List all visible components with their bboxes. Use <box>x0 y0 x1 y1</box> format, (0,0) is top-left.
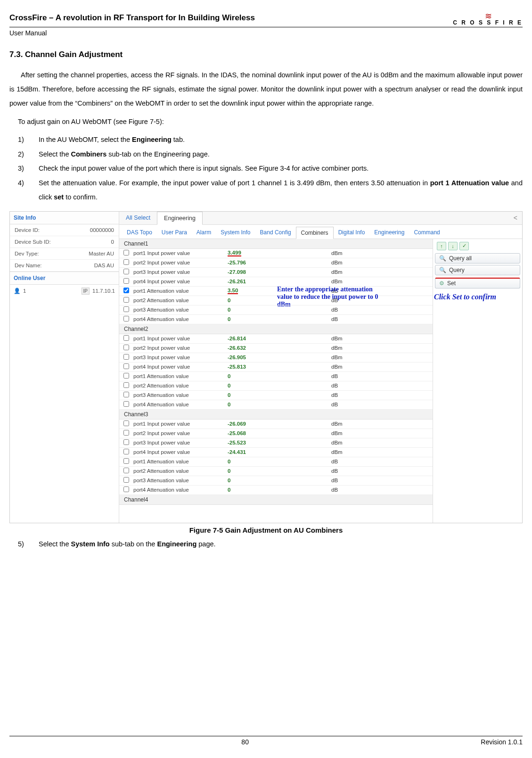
page-number: 80 <box>241 738 249 746</box>
arrow-up-icon[interactable]: ↑ <box>437 242 446 250</box>
param-row: port3 Attenuation value0dB <box>119 391 433 400</box>
tab-system-info[interactable]: System Info <box>216 227 255 239</box>
param-unit: dBm <box>331 449 355 455</box>
step-1: 1) In the AU WebOMT, select the Engineer… <box>18 132 523 147</box>
param-label: port2 Input power value <box>133 345 228 351</box>
param-checkbox[interactable] <box>123 278 129 284</box>
param-value: -26.261 <box>228 279 265 284</box>
param-label: port3 Attenuation value <box>133 478 228 483</box>
param-checkbox[interactable] <box>123 486 129 492</box>
steps-list-continued: 5) Select the System Info sub-tab on the… <box>18 537 523 551</box>
param-row: port1 Input power value-26.814dBm <box>119 334 433 344</box>
figure-caption: Figure 7-5 Gain Adjustment on AU Combine… <box>9 526 523 534</box>
param-checkbox[interactable] <box>123 458 129 464</box>
param-label: port4 Input power value <box>133 449 228 455</box>
param-value: 0 <box>228 468 265 474</box>
online-user-row: 👤 1 IP 11.7.10.1 <box>10 285 119 297</box>
tab-command[interactable]: Command <box>409 227 444 239</box>
param-label: port3 Attenuation value <box>133 392 228 398</box>
tab-alarm[interactable]: Alarm <box>192 227 216 239</box>
param-label: port4 Attenuation value <box>133 402 228 407</box>
tab-das-topo[interactable]: DAS Topo <box>122 227 157 239</box>
param-unit: dBm <box>331 421 355 427</box>
param-checkbox[interactable] <box>123 288 129 293</box>
steps-list: 1) In the AU WebOMT, select the Engineer… <box>18 132 523 204</box>
param-label: port1 Input power value <box>133 421 228 427</box>
query-button[interactable]: 🔍Query <box>435 265 520 275</box>
param-row: port3 Attenuation value0dB <box>119 476 433 486</box>
param-row: port2 Attenuation value0dB <box>119 381 433 391</box>
param-checkbox[interactable] <box>123 439 129 445</box>
param-label: port3 Input power value <box>133 354 228 360</box>
param-label: port2 Input power value <box>133 260 228 265</box>
param-label: port4 Input power value <box>133 364 228 370</box>
param-checkbox[interactable] <box>123 449 129 454</box>
page-header: CrossFire – A revolution in RF Transport… <box>9 13 523 27</box>
step-5: 5) Select the System Info sub-tab on the… <box>18 537 523 551</box>
param-row: port3 Input power value-27.098dBm <box>119 268 433 277</box>
logo-arcs-icon: ≋ <box>453 13 523 19</box>
param-value: -26.069 <box>228 421 265 427</box>
set-button[interactable]: ⚙Set <box>435 278 520 288</box>
param-unit: dB <box>331 373 355 379</box>
tab-combiners[interactable]: Combiners <box>296 227 334 239</box>
param-label: port3 Input power value <box>133 269 228 275</box>
tab-user-para[interactable]: User Para <box>157 227 192 239</box>
param-value: 0 <box>228 373 265 379</box>
param-checkbox[interactable] <box>123 392 129 397</box>
icon-toolbar: ↑ ↓ ✓ <box>435 241 520 253</box>
param-checkbox[interactable] <box>123 259 129 265</box>
tab-band-config[interactable]: Band Config <box>255 227 296 239</box>
param-value: -25.523 <box>228 440 265 445</box>
param-checkbox[interactable] <box>123 420 129 426</box>
param-checkbox[interactable] <box>123 363 129 369</box>
param-checkbox[interactable] <box>123 297 129 303</box>
param-unit: dBm <box>331 430 355 436</box>
param-checkbox[interactable] <box>123 316 129 321</box>
param-value: 3.499 <box>228 250 265 256</box>
param-label: port4 Attenuation value <box>133 316 228 322</box>
tab-digital-info[interactable]: Digital Info <box>334 227 370 239</box>
param-value: 3.50 <box>228 288 265 294</box>
param-label: port1 Attenuation value <box>133 373 228 379</box>
doc-title: CrossFire – A revolution in RF Transport… <box>9 13 255 23</box>
tab-engineering-sub[interactable]: Engineering <box>369 227 409 239</box>
param-unit: dB <box>331 478 355 483</box>
param-unit: dBm <box>331 364 355 370</box>
check-icon[interactable]: ✓ <box>459 242 469 250</box>
param-row: port2 Input power value-25.796dBm <box>119 258 433 268</box>
param-checkbox[interactable] <box>123 354 129 360</box>
tab-all-select[interactable]: All Select <box>119 212 157 224</box>
param-value: -25.796 <box>228 260 265 265</box>
param-row: port4 Input power value-26.261dBm <box>119 277 433 287</box>
param-checkbox[interactable] <box>123 250 129 255</box>
param-checkbox[interactable] <box>123 477 129 483</box>
query-all-button[interactable]: 🔍Query all <box>435 253 520 264</box>
param-checkbox[interactable] <box>123 345 129 350</box>
param-value: 0 <box>228 383 265 388</box>
revision: Revision 1.0.1 <box>481 738 523 746</box>
figure-7-5: Site Info Device ID:00000000 Device Sub … <box>9 211 523 534</box>
param-checkbox[interactable] <box>123 382 129 388</box>
param-row: port4 Input power value-25.813dBm <box>119 363 433 372</box>
arrow-down-icon[interactable]: ↓ <box>448 242 458 250</box>
tab-engineering[interactable]: Engineering <box>157 212 203 225</box>
param-row: port3 Attenuation value0dB <box>119 305 433 315</box>
user-icon: 👤 <box>14 288 20 294</box>
device-sub-id-row: Device Sub ID:0 <box>10 236 119 248</box>
param-checkbox[interactable] <box>123 269 129 274</box>
param-unit: dB <box>331 316 355 322</box>
param-checkbox[interactable] <box>123 373 129 379</box>
share-icon[interactable]: < <box>514 214 517 222</box>
param-checkbox[interactable] <box>123 335 129 341</box>
param-row: port4 Attenuation value0dB <box>119 486 433 495</box>
search-icon: 🔍 <box>439 267 446 273</box>
param-checkbox[interactable] <box>123 306 129 312</box>
param-checkbox[interactable] <box>123 401 129 407</box>
param-checkbox[interactable] <box>123 468 129 473</box>
param-checkbox[interactable] <box>123 430 129 436</box>
online-ip: 11.7.10.1 <box>92 288 115 294</box>
channel-header: Channel2 <box>119 324 433 334</box>
dev-type-row: Dev Type:Master AU <box>10 248 119 260</box>
action-panel: ↑ ↓ ✓ 🔍Query all 🔍Query ⚙Set Click Set t… <box>433 239 522 523</box>
